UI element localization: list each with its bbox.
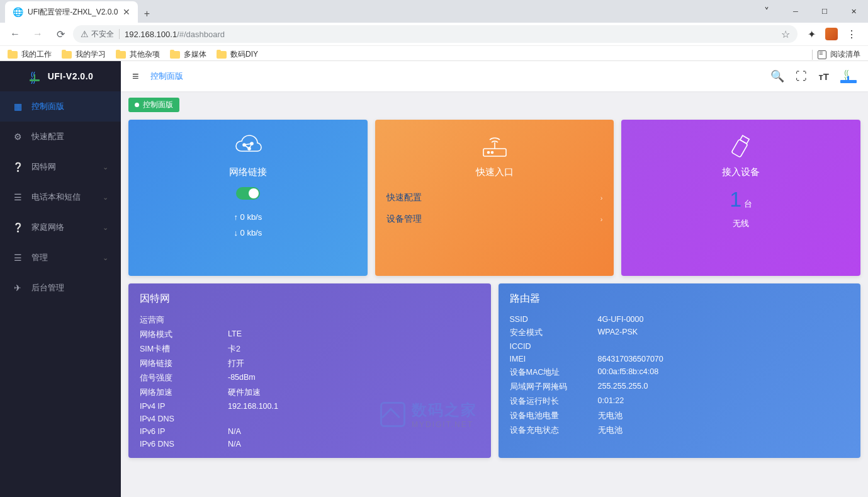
kv-row: IMEI864317036507070 — [510, 353, 850, 365]
bookmark-folder[interactable]: 其他杂项 — [116, 49, 160, 60]
upload-speed: ↑ 0 kb/s — [140, 210, 356, 226]
kv-row: 网络链接打开 — [140, 357, 480, 371]
profile-avatar[interactable] — [825, 28, 838, 40]
kv-row: 网络加速硬件加速 — [140, 386, 480, 400]
reading-list-icon — [818, 50, 826, 59]
download-speed: ↓ 0 kb/s — [140, 226, 356, 241]
nav-dashboard[interactable]: ▦ 控制面版 — [0, 91, 121, 122]
router-icon — [480, 131, 510, 161]
tab-close-icon[interactable]: ✕ — [123, 7, 130, 17]
list-icon: ☰ — [13, 253, 23, 263]
extensions-area: ✦ ⋮ — [800, 28, 863, 40]
tab-strip: 🌐 UFI配置管理-ZHXL_V2.0.0 ✕ + ˅ ─ ☐ ✕ — [0, 0, 868, 23]
page-badge: 控制面版 — [128, 98, 179, 112]
kv-row: 运营商 — [140, 313, 480, 328]
nav-admin[interactable]: ✈ 后台管理 — [0, 273, 121, 303]
summary-cards: 网络链接 ↑ 0 kb/s ↓ 0 kb/s 快速入口 快速配置 › — [121, 112, 868, 283]
chevron-right-icon: › — [600, 194, 603, 202]
bookmark-folder[interactable]: 我的学习 — [62, 49, 106, 60]
tabs-dropdown-button[interactable]: ˅ — [752, 2, 781, 21]
kv-row: 网络模式LTE — [140, 328, 480, 342]
kv-row: 安全模式WPA2-PSK — [510, 326, 850, 340]
kv-row: ICCID — [510, 340, 850, 353]
security-indicator[interactable]: ⚠ 不安全 — [81, 29, 114, 40]
address-bar: ← → ⟳ ⚠ 不安全 192.168.100.1/#/dashboard ☆ … — [0, 23, 868, 45]
kv-value: -85dBm — [228, 373, 256, 384]
breadcrumb[interactable]: 控制面版 — [150, 71, 183, 82]
nav-internet[interactable]: ❔ 因特网 ⌄ — [0, 152, 121, 182]
send-icon: ✈ — [13, 283, 23, 293]
list-icon: ☰ — [13, 192, 23, 202]
main: ≡ 控制面版 🔍 ⛶ тT (( )) 控制面版 — [121, 61, 868, 497]
kv-key: 安全模式 — [510, 328, 598, 338]
url-box[interactable]: ⚠ 不安全 192.168.100.1/#/dashboard ☆ — [73, 25, 798, 43]
fullscreen-icon[interactable]: ⛶ — [796, 70, 807, 83]
kv-value: 192.168.100.1 — [228, 402, 278, 411]
kv-key: IMEI — [510, 355, 598, 363]
sidebar: (( )) UFI-V2.0.0 ▦ 控制面版 ⚙ 快速配置 ❔ 因特网 ⌄ ☰… — [0, 61, 121, 497]
kv-row: SIM卡槽卡2 — [140, 342, 480, 357]
bookmark-star-icon[interactable]: ☆ — [781, 28, 790, 40]
browser-chrome: 🌐 UFI配置管理-ZHXL_V2.0.0 ✕ + ˅ ─ ☐ ✕ ← → ⟳ … — [0, 0, 868, 61]
quick-config-link[interactable]: 快速配置 › — [386, 187, 603, 209]
maximize-button[interactable]: ☐ — [810, 2, 839, 21]
reload-button[interactable]: ⟳ — [50, 24, 70, 44]
kv-row: 设备运行时长0:01:22 — [510, 394, 850, 409]
nav-phonebook-sms[interactable]: ☰ 电话本和短信 ⌄ — [0, 182, 121, 212]
back-button[interactable]: ← — [5, 24, 25, 44]
bookmark-folder[interactable]: 我的工作 — [8, 49, 52, 60]
kv-row: SSID4G-UFI-0000 — [510, 313, 850, 326]
bookmark-folder[interactable]: 多媒体 — [170, 49, 206, 60]
kv-row: IPv6 DNSN/A — [140, 438, 480, 450]
kv-value: 打开 — [228, 358, 244, 369]
kv-key: 信号强度 — [140, 373, 228, 384]
chevron-right-icon: › — [600, 215, 603, 223]
warning-icon: ⚠ — [81, 29, 89, 39]
kv-key: IPv4 IP — [140, 402, 228, 411]
kv-value: 255.255.255.0 — [598, 382, 648, 392]
reading-list-button[interactable]: 阅读清单 — [818, 49, 860, 60]
bookmark-folder[interactable]: 数码DIY — [217, 49, 258, 60]
kv-value: WPA2-PSK — [598, 328, 638, 338]
nav-management[interactable]: ☰ 管理 ⌄ — [0, 243, 121, 273]
card-quick: 快速入口 快速配置 › 设备管理 › — [375, 120, 614, 276]
browser-tab[interactable]: 🌐 UFI配置管理-ZHXL_V2.0.0 ✕ — [5, 1, 138, 23]
search-icon[interactable]: 🔍 — [770, 69, 784, 83]
router-table: SSID4G-UFI-0000安全模式WPA2-PSKICCIDIMEI8643… — [510, 313, 850, 438]
chevron-down-icon: ⌄ — [103, 163, 108, 171]
text-size-icon[interactable]: тT — [818, 71, 829, 82]
router-status-icon[interactable]: (( )) — [840, 69, 857, 83]
logo-icon: (( )) — [28, 71, 42, 81]
card-title: 网络链接 — [140, 166, 356, 178]
extensions-icon[interactable]: ✦ — [805, 28, 818, 40]
badge-dot-icon — [135, 103, 139, 107]
insecure-label: 不安全 — [91, 29, 114, 40]
card-title: 接入设备 — [633, 166, 849, 178]
kv-value: 硬件加速 — [228, 387, 261, 398]
help-icon: ❔ — [13, 222, 23, 232]
menu-toggle-icon[interactable]: ≡ — [132, 70, 139, 83]
folder-icon — [116, 51, 126, 59]
kv-key: IPv6 DNS — [140, 440, 228, 448]
device-manage-link[interactable]: 设备管理 › — [386, 209, 603, 230]
logo[interactable]: (( )) UFI-V2.0.0 — [0, 61, 121, 91]
bookmark-bar: 我的工作 我的学习 其他杂项 多媒体 数码DIY 阅读清单 — [0, 45, 868, 63]
kv-key: IPv4 DNS — [140, 414, 228, 423]
minimize-button[interactable]: ─ — [781, 2, 810, 21]
kv-key: 网络链接 — [140, 358, 228, 369]
close-window-button[interactable]: ✕ — [839, 2, 868, 21]
card-title: 快速入口 — [386, 166, 603, 178]
kv-key: 设备充电状态 — [510, 425, 598, 436]
nav-quick-config[interactable]: ⚙ 快速配置 — [0, 122, 121, 152]
network-toggle[interactable] — [236, 187, 260, 200]
kv-row: 信号强度-85dBm — [140, 371, 480, 386]
forward-button[interactable]: → — [28, 24, 48, 44]
new-tab-button[interactable]: + — [138, 5, 155, 23]
kv-key: 网络模式 — [140, 329, 228, 340]
chevron-down-icon: ⌄ — [103, 254, 108, 262]
kv-row: 设备电池电量无电池 — [510, 409, 850, 423]
folder-icon — [8, 51, 18, 59]
nav-home-network[interactable]: ❔ 家庭网络 ⌄ — [0, 212, 121, 243]
kv-value: N/A — [228, 427, 241, 436]
browser-menu-icon[interactable]: ⋮ — [845, 28, 858, 40]
